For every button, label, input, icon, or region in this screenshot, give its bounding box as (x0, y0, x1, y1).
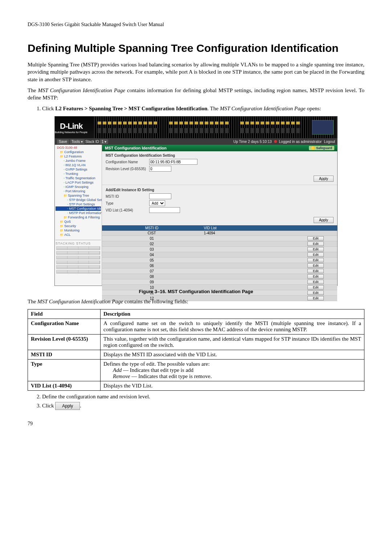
tree-node[interactable]: Configuration (56, 150, 101, 154)
edit-button[interactable]: Edit (307, 285, 324, 290)
stack-id-select[interactable]: 1 ▾ (100, 139, 108, 144)
field-desc: This value, together with the configurat… (101, 334, 364, 350)
type-select[interactable]: Add (149, 200, 165, 206)
cell-action: Edit (294, 263, 337, 268)
tree-node[interactable]: Traffic Segmentation (56, 176, 101, 180)
section-1-header: MST Configuration Identification Setting (106, 153, 334, 157)
page-title: MST Configuration Identification (105, 146, 167, 150)
edit-button[interactable]: Edit (307, 236, 324, 241)
tree-node[interactable]: Jumbo Frame (56, 159, 101, 163)
tree-node[interactable]: GVRP Settings (56, 167, 101, 172)
cell-msti-id: 03 (102, 247, 201, 252)
cell-action: Edit (294, 274, 337, 279)
save-button[interactable]: Save (57, 139, 69, 144)
cell-vid (201, 247, 294, 252)
vid-list-input[interactable] (149, 207, 180, 213)
tools-menu[interactable]: Tools ▾ (70, 139, 85, 144)
cell-msti-id: 08 (102, 274, 201, 279)
cell-msti-id: 06 (102, 263, 201, 268)
tree-node[interactable]: LACP Port Settings (56, 180, 101, 185)
tree-node[interactable]: ACL (56, 233, 101, 237)
p3-post: contains the following fields: (123, 299, 188, 304)
field-name: Configuration Name (28, 319, 101, 334)
col-action (294, 225, 337, 231)
indicator-panel (312, 120, 334, 135)
field-desc: Displays the MSTI ID associated with the… (101, 350, 364, 359)
step-2: Define the configuration name and revisi… (42, 393, 364, 401)
tree-node[interactable]: IGMP Snooping (56, 185, 101, 189)
rev-level-input[interactable] (149, 166, 171, 172)
field-desc: A configured name set on the switch to u… (101, 319, 364, 334)
step1-bold: L2 Features > Spanning Tree > MST Config… (55, 106, 207, 111)
table-row: 08Edit (102, 274, 337, 279)
edit-button[interactable]: Edit (307, 291, 324, 295)
brand-logo: D-Link (55, 122, 87, 131)
apply-button[interactable]: Apply (314, 217, 334, 223)
cell-msti-id: 04 (102, 252, 201, 258)
apply-button-inline[interactable]: Apply (55, 402, 80, 410)
section-2-header: Add/Edit Instance ID Setting (106, 188, 334, 192)
port-cluster (98, 120, 158, 135)
logged-in-text: Logged in as administrator (279, 140, 322, 144)
cell-vid (201, 263, 294, 268)
edit-button[interactable]: Edit (307, 253, 324, 257)
tree-node[interactable]: L2 Features (56, 154, 101, 159)
tree-node[interactable]: Spanning Tree (56, 193, 101, 198)
status-icon (274, 140, 277, 143)
cell-action (294, 231, 337, 236)
intro-paragraph-1: Multiple Spanning Tree (MSTP) provides v… (28, 61, 364, 83)
stack-unit (56, 265, 100, 269)
tree-node[interactable]: Port Mirroring (56, 189, 101, 193)
edit-button[interactable]: Edit (307, 242, 324, 246)
tree-root[interactable]: DGS-3100-48 (56, 145, 101, 150)
stack-unit (56, 256, 100, 259)
stack-unit (56, 260, 100, 264)
cell-action: Edit (294, 236, 337, 241)
port-cluster (240, 120, 301, 135)
edit-button[interactable]: Edit (307, 269, 324, 273)
tree-node[interactable]: QoS (56, 219, 101, 224)
step-1: Click L2 Features > Spanning Tree > MST … (42, 105, 364, 112)
cell-msti-id: 07 (102, 268, 201, 274)
edit-button[interactable]: Edit (307, 263, 324, 268)
edit-button[interactable]: Edit (307, 274, 324, 279)
step1-pre: Click (42, 106, 55, 111)
cell-vid (201, 258, 294, 263)
field-desc: Defines the type of edit. The possible v… (101, 359, 364, 381)
msti-id-input[interactable] (149, 193, 171, 199)
edit-button[interactable]: Edit (307, 247, 324, 251)
tree-node[interactable]: STP Bridge Global Settin (56, 198, 101, 202)
p3-em: MST Configuration Identification Page (37, 299, 123, 304)
cell-msti-id: 09 (102, 279, 201, 285)
tree-node[interactable]: STP Port Settings (56, 202, 101, 206)
cell-action: Edit (294, 290, 337, 296)
tree-node[interactable]: Monitoring (56, 228, 101, 233)
tree-node[interactable]: 802.1Q VLAN (56, 163, 101, 167)
cell-action: Edit (294, 279, 337, 285)
main-pane: MST Configuration Identification 🟡 Safeg… (102, 145, 337, 286)
tree-node[interactable]: Trunking (56, 172, 101, 176)
edit-button[interactable]: Edit (307, 280, 324, 284)
tree-node[interactable]: Security (56, 224, 101, 228)
step1-em: MST Configuration Identification Page (220, 106, 306, 111)
cell-vid (201, 268, 294, 274)
page-number: 79 (28, 421, 364, 427)
stack-id-label: Stack ID (85, 140, 99, 144)
port-cluster (169, 120, 230, 135)
edit-button[interactable]: Edit (307, 296, 324, 300)
field-row: TypeDefines the type of edit. The possib… (28, 359, 364, 381)
table-row: 06Edit (102, 263, 337, 268)
tree-node[interactable]: MST Configuration Ident (56, 206, 101, 211)
cell-msti-id: 02 (102, 241, 201, 247)
section-2: Add/Edit Instance ID Setting MSTI ID Typ… (102, 186, 337, 216)
tree-node[interactable]: Forwarding & Filtering (56, 215, 101, 219)
step3-pre: Click (42, 403, 55, 409)
apply-button[interactable]: Apply (314, 176, 334, 182)
cfg-name-input[interactable] (149, 159, 197, 165)
field-name: MSTI ID (28, 350, 101, 359)
table-row: 07Edit (102, 268, 337, 274)
tree-node[interactable]: MSTP Port Information (56, 211, 101, 215)
cell-vid (201, 279, 294, 285)
logout-link[interactable]: Logout (324, 140, 335, 144)
edit-button[interactable]: Edit (307, 258, 324, 262)
